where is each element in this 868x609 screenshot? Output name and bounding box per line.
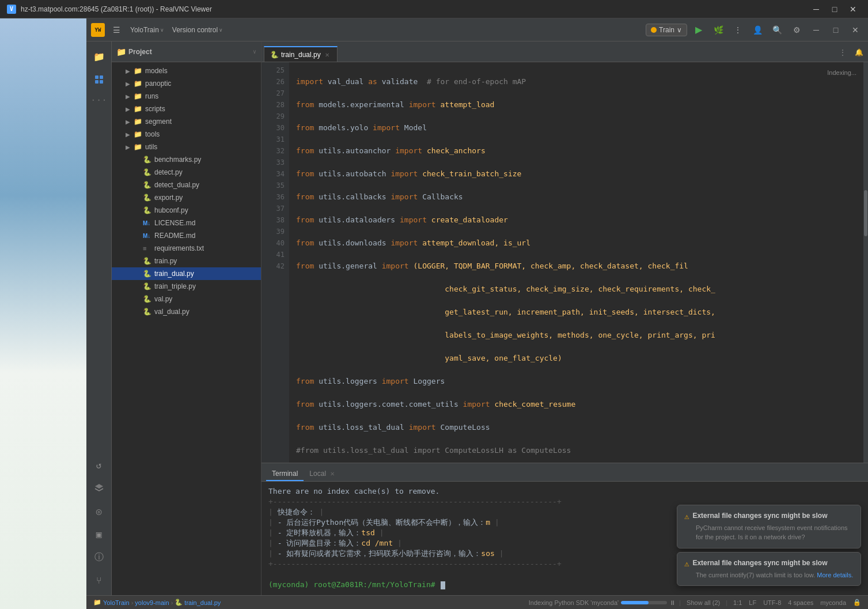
run-config-button[interactable]: Train ∨ — [646, 24, 687, 36]
tree-item-tools[interactable]: ▶ 📁 tools — [112, 128, 261, 141]
tree-item-utils[interactable]: ▶ 📁 utils — [112, 141, 261, 153]
python-icon: 🐍 — [143, 181, 152, 189]
line-numbers: 2526272829 3031323334 3536373839 404142 — [261, 62, 289, 463]
tree-item-license[interactable]: ▶ M↓ LICENSE.md — [112, 217, 261, 229]
tree-item-benchmarks[interactable]: ▶ 🐍 benchmarks.py — [112, 153, 261, 166]
more-actions-button[interactable]: ⋮ — [730, 22, 746, 38]
maximize-button[interactable]: □ — [827, 3, 843, 15]
tree-item-detect-dual[interactable]: ▶ 🐍 detect_dual.py — [112, 179, 261, 191]
tree-arrow-icon: ▶ — [126, 68, 134, 74]
tree-item-readme[interactable]: ▶ M↓ README.md — [112, 229, 261, 242]
notif-body-2: The current inotify(7) watch limit is to… — [684, 570, 854, 580]
file-tree: ▶ 📁 models ▶ 📁 panoptic ▶ 📁 runs — [112, 62, 261, 595]
notif-more-details-link[interactable]: More details. — [817, 572, 853, 578]
notification-area: ⚠ External file changes sync might be sl… — [677, 505, 861, 587]
indexing-badge: Indexing... — [827, 67, 856, 78]
desktop-background — [0, 18, 86, 609]
tree-item-hubconf[interactable]: ▶ 🐍 hubconf.py — [112, 204, 261, 217]
tree-item-val[interactable]: ▶ 🐍 val.py — [112, 293, 261, 305]
status-env[interactable]: myconda — [818, 599, 848, 606]
code-editor: 2526272829 3031323334 3536373839 404142 … — [261, 62, 868, 463]
sidebar-icon-terminal[interactable]: ▣ — [89, 524, 109, 544]
tree-item-runs[interactable]: ▶ 📁 runs — [112, 90, 261, 103]
status-pause-button[interactable]: ⏸ — [669, 599, 676, 606]
search-button[interactable]: 🔍 — [769, 22, 785, 38]
minimize-button[interactable]: ─ — [808, 3, 824, 15]
status-line-col[interactable]: 1:1 — [731, 599, 744, 606]
terminal-tab-terminal[interactable]: Terminal — [266, 467, 304, 481]
panel-title: Project — [128, 48, 251, 56]
status-show-all-label: Show all (2) — [687, 599, 720, 606]
user-icon-button[interactable]: 👤 — [749, 22, 765, 38]
tree-item-scripts[interactable]: ▶ 📁 scripts — [112, 103, 261, 115]
window-title: hz-t3.matpool.com:28645 (Za081R:1 (root)… — [21, 5, 808, 13]
editor-tabs: 🐍 train_dual.py ✕ ⋮ 🔔 — [261, 41, 868, 62]
run-config-chevron-icon: ∨ — [677, 26, 682, 34]
version-control-chevron-icon: ∨ — [219, 27, 223, 33]
python-icon: 🐍 — [143, 257, 152, 265]
tab-options-button[interactable]: ⋮ — [836, 46, 850, 59]
restore-ide-button[interactable]: □ — [828, 22, 844, 38]
sidebar-icon-git[interactable]: ⑂ — [89, 570, 109, 591]
tree-item-detect[interactable]: ▶ 🐍 detect.py — [112, 166, 261, 179]
python-icon: 🐍 — [143, 270, 152, 278]
code-content[interactable]: import val_dual as validate # for end-of… — [289, 62, 863, 463]
close-ide-button[interactable]: ✕ — [847, 22, 863, 38]
text-icon: ≡ — [143, 245, 152, 252]
svg-rect-2 — [95, 80, 98, 84]
sidebar-more-icon[interactable]: ··· — [90, 94, 107, 105]
sidebar-icon-structure[interactable] — [89, 69, 109, 90]
tab-close-button[interactable]: ✕ — [323, 51, 331, 59]
status-line-col-label: 1:1 — [733, 599, 742, 606]
svg-rect-1 — [100, 75, 103, 79]
tree-item-train-dual[interactable]: ▶ 🐍 train_dual.py — [112, 267, 261, 280]
status-progress-fill — [621, 601, 649, 604]
tree-item-train-triple[interactable]: ▶ 🐍 train_triple.py — [112, 280, 261, 293]
tree-arrow-icon: ▶ — [126, 81, 134, 87]
status-indexing: Indexing Python SDK 'myconda' ⏸ — [529, 599, 676, 606]
status-lock-icon[interactable]: 🔒 — [851, 599, 863, 606]
tree-item-panoptic[interactable]: ▶ 📁 panoptic — [112, 77, 261, 90]
sidebar-icon-layers[interactable] — [89, 478, 109, 498]
project-name-menu[interactable]: YoloTrain ∨ — [127, 24, 168, 36]
hamburger-menu-button[interactable]: ☰ — [108, 22, 124, 38]
build-button[interactable]: 🌿 — [710, 22, 726, 38]
tree-item-val-dual[interactable]: ▶ 🐍 val_dual.py — [112, 305, 261, 318]
editor-scrollbar[interactable] — [863, 62, 868, 463]
minimize-ide-button[interactable]: ─ — [808, 22, 824, 38]
window-chrome: V hz-t3.matpool.com:28645 (Za081R:1 (roo… — [0, 0, 868, 18]
status-breadcrumb[interactable]: 📁 YoloTrain › yolov9-main › 🐍 train_dual… — [91, 599, 223, 606]
tree-item-train[interactable]: ▶ 🐍 train.py — [112, 255, 261, 267]
notification-button[interactable]: 🔔 — [852, 46, 866, 59]
settings-button[interactable]: ⚙ — [789, 22, 805, 38]
run-button[interactable]: ▶ — [691, 22, 707, 38]
notif-header-1: ⚠ External file changes sync might be sl… — [684, 511, 854, 521]
sidebar-icon-play-circle[interactable]: ◎ — [89, 501, 109, 521]
status-line-ending[interactable]: LF — [746, 599, 759, 606]
status-encoding[interactable]: UTF-8 — [761, 599, 783, 606]
project-panel: 📁 Project ∨ ▶ 📁 models ▶ 📁 panoptic — [112, 41, 261, 595]
sidebar-icon-refresh[interactable]: ↺ — [89, 455, 109, 475]
folder-icon: 📁 — [134, 130, 143, 138]
tree-item-requirements[interactable]: ▶ ≡ requirements.txt — [112, 242, 261, 255]
terminal-tab-close-icon[interactable]: ✕ — [330, 471, 335, 477]
project-name-label: YoloTrain — [130, 26, 159, 34]
tree-item-segment[interactable]: ▶ 📁 segment — [112, 115, 261, 128]
panel-folder-icon: 📁 — [116, 47, 126, 56]
folder-icon: 📁 — [134, 80, 143, 88]
tree-item-export[interactable]: ▶ 🐍 export.py — [112, 191, 261, 204]
status-show-all[interactable]: Show all (2) — [684, 599, 722, 606]
status-indent[interactable]: 4 spaces — [786, 599, 816, 606]
tree-item-models[interactable]: ▶ 📁 models — [112, 65, 261, 77]
terminal-tab-local[interactable]: Local ✕ — [304, 467, 340, 481]
python-icon: 🐍 — [143, 168, 152, 176]
tab-label: train_dual.py — [281, 51, 321, 59]
editor-tab-train-dual[interactable]: 🐍 train_dual.py ✕ — [264, 46, 338, 62]
python-icon: 🐍 — [143, 156, 152, 164]
close-button[interactable]: ✕ — [845, 3, 861, 15]
notif-body-1: PyCharm cannot receive filesystem event … — [684, 523, 854, 542]
sidebar-icon-folder[interactable]: 📁 — [89, 46, 109, 67]
version-control-menu[interactable]: Version control ∨ — [169, 24, 226, 36]
python-icon: 🐍 — [143, 206, 152, 214]
sidebar-icon-info[interactable]: ⓘ — [89, 547, 109, 568]
